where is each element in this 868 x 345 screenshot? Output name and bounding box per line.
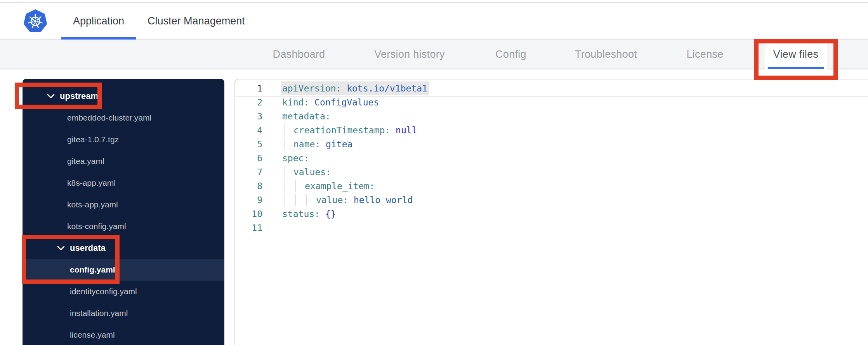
- code-line-9[interactable]: 9value: hello world: [235, 193, 868, 207]
- code-line-1[interactable]: 1apiVersion: kots.io/v1beta1: [235, 81, 868, 95]
- file-label: embedded-cluster.yaml: [67, 113, 151, 122]
- subnav-item-label: View files: [773, 48, 819, 60]
- file-label: installation.yaml: [70, 309, 128, 318]
- tree-file-kots-app.yaml[interactable]: kots-app.yaml: [23, 194, 224, 216]
- file-label: kots-app.yaml: [67, 200, 118, 209]
- subnav-item-config[interactable]: Config: [487, 40, 535, 69]
- token-key: creationTimestamp:: [293, 125, 390, 135]
- code-line-8[interactable]: 8example_item:: [235, 179, 868, 193]
- app-subnav: DashboardVersion historyConfigTroublesho…: [0, 40, 868, 69]
- line-number: 4: [235, 123, 262, 137]
- primary-navbar: ApplicationCluster Management: [0, 3, 868, 40]
- code-line-text: example_item:: [282, 179, 375, 193]
- file-label: identityconfig.yaml: [70, 287, 137, 296]
- token-key: spec:: [282, 153, 309, 163]
- chevron-down-icon: [57, 245, 65, 251]
- folder-label: userdata: [70, 243, 106, 253]
- subnav-item-label: Troubleshoot: [575, 48, 637, 60]
- code-line-10[interactable]: 10status: {}: [235, 207, 868, 221]
- code-line-text: creationTimestamp: null: [282, 123, 417, 137]
- token-keyword: null: [390, 125, 417, 135]
- code-line-7[interactable]: 7values:: [235, 165, 868, 179]
- file-tree-sidebar: upstreamembedded-cluster.yamlgitea-1.0.7…: [23, 79, 224, 345]
- subnav-item-license[interactable]: License: [678, 40, 732, 69]
- tree-folder-upstream[interactable]: upstream: [23, 85, 224, 107]
- code-area: 1apiVersion: kots.io/v1beta12kind: Confi…: [235, 79, 868, 235]
- token-key: apiVersion:: [282, 83, 341, 93]
- token-key: example_item:: [305, 181, 375, 191]
- code-line-6[interactable]: 6spec:: [235, 151, 868, 165]
- token-key: status:: [282, 209, 320, 219]
- file-label: gitea.yaml: [67, 157, 104, 166]
- code-line-text: value: hello world: [282, 193, 413, 207]
- file-label: license.yaml: [70, 330, 115, 340]
- subnav-item-view-files[interactable]: View files: [765, 40, 827, 69]
- token-key: kind:: [282, 97, 309, 107]
- token-key: metadata:: [282, 111, 331, 121]
- tree-file-embedded-cluster.yaml[interactable]: embedded-cluster.yaml: [23, 107, 224, 129]
- line-number: 9: [235, 193, 262, 207]
- kots-admin-console: ApplicationCluster Management DashboardV…: [0, 0, 868, 345]
- tab-label: Application: [73, 15, 124, 27]
- tree-file-k8s-app.yaml[interactable]: k8s-app.yaml: [23, 172, 224, 194]
- line-number: 7: [235, 165, 262, 179]
- subnav-item-troubleshoot[interactable]: Troubleshoot: [566, 40, 646, 69]
- token-key: values:: [293, 167, 331, 177]
- code-line-11[interactable]: 11: [235, 221, 868, 235]
- code-line-text: values:: [282, 165, 331, 179]
- tree-file-license.yaml[interactable]: license.yaml: [23, 324, 224, 345]
- subnav-item-version-history[interactable]: Version history: [366, 40, 453, 69]
- subnav-item-label: Version history: [374, 48, 445, 60]
- line-number: 11: [235, 221, 262, 235]
- tree-file-gitea.yaml[interactable]: gitea.yaml: [23, 150, 224, 172]
- code-line-3[interactable]: 3metadata:: [235, 109, 868, 123]
- tree-file-identityconfig.yaml[interactable]: identityconfig.yaml: [23, 281, 224, 302]
- folder-label: upstream: [60, 91, 98, 101]
- tree-folder-userdata[interactable]: userdata: [23, 237, 224, 259]
- code-line-4[interactable]: 4creationTimestamp: null: [235, 123, 868, 137]
- code-line-5[interactable]: 5name: gitea: [235, 137, 868, 151]
- code-line-text: name: gitea: [282, 137, 352, 151]
- tab-cluster-management[interactable]: Cluster Management: [136, 3, 257, 39]
- tree-file-config.yaml[interactable]: config.yaml: [23, 259, 224, 281]
- line-number: 2: [235, 95, 262, 109]
- subnav-item-label: Config: [495, 48, 526, 60]
- code-line-text: metadata:: [282, 109, 331, 123]
- line-number: 3: [235, 109, 262, 123]
- line-number: 5: [235, 137, 262, 151]
- line-number: 10: [235, 207, 262, 221]
- token-keyword: {}: [320, 209, 336, 219]
- file-content-editor[interactable]: 1apiVersion: kots.io/v1beta12kind: Confi…: [234, 79, 868, 345]
- chevron-down-icon: [47, 93, 55, 99]
- code-line-text: status: {}: [282, 207, 336, 221]
- tree-file-kots-config.yaml[interactable]: kots-config.yaml: [23, 216, 224, 237]
- token-key: value:: [316, 195, 348, 205]
- token-value: ConfigValues: [309, 97, 379, 107]
- code-line-2[interactable]: 2kind: ConfigValues: [235, 95, 868, 109]
- tree-file-gitea-1.0.7.tgz[interactable]: gitea-1.0.7.tgz: [23, 129, 224, 150]
- code-line-text: apiVersion: kots.io/v1beta1: [282, 81, 427, 95]
- subnav-item-label: License: [686, 48, 723, 60]
- primary-tabs: ApplicationCluster Management: [61, 3, 257, 39]
- file-label: config.yaml: [70, 265, 115, 274]
- tab-application[interactable]: Application: [61, 3, 136, 39]
- file-label: k8s-app.yaml: [67, 178, 116, 188]
- token-key: name:: [293, 139, 320, 149]
- token-value: kots.io/v1beta1: [341, 83, 427, 93]
- file-label: kots-config.yaml: [67, 222, 126, 231]
- window-top-border: [0, 0, 868, 3]
- tab-label: Cluster Management: [148, 15, 245, 27]
- subnav-item-dashboard[interactable]: Dashboard: [264, 40, 334, 69]
- code-line-text: kind: ConfigValues: [282, 95, 379, 109]
- tree-file-installation.yaml[interactable]: installation.yaml: [23, 302, 224, 324]
- line-number: 8: [235, 179, 262, 193]
- line-number: 1: [235, 81, 262, 95]
- line-number: 6: [235, 151, 262, 165]
- code-line-text: spec:: [282, 151, 309, 165]
- token-value: gitea: [320, 139, 352, 149]
- subnav-item-label: Dashboard: [273, 48, 325, 60]
- kubernetes-logo-icon: [23, 9, 47, 33]
- token-value: hello world: [348, 195, 413, 205]
- file-label: gitea-1.0.7.tgz: [67, 135, 119, 144]
